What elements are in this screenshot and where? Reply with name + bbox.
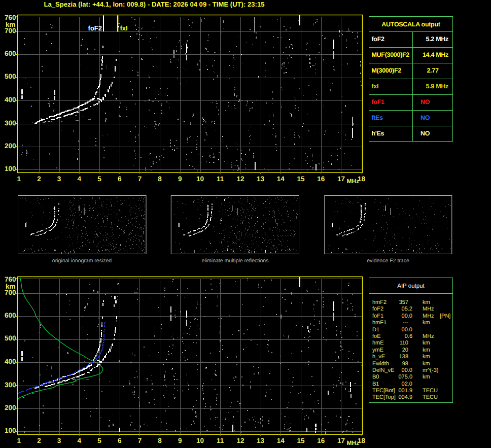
svg-text:400: 400 [5,358,16,365]
svg-text:3: 3 [57,175,61,183]
svg-text:MHz: MHz [347,439,360,446]
svg-text:eliminate multiple reflections: eliminate multiple reflections [202,258,269,264]
svg-text:15: 15 [297,175,305,183]
svg-text:500: 500 [5,73,16,80]
svg-text:200: 200 [5,142,16,150]
svg-text:600: 600 [5,50,16,57]
svg-text:1: 1 [17,437,21,444]
svg-text:13: 13 [257,437,265,444]
svg-text:500: 500 [5,334,16,342]
svg-text:km: km [6,283,16,290]
svg-text:11: 11 [217,175,224,183]
svg-text:760: 760 [5,14,16,21]
svg-text:3: 3 [57,437,61,444]
svg-text:6: 6 [118,175,122,183]
svg-text:7: 7 [138,437,142,444]
svg-text:13: 13 [257,175,265,183]
svg-text:fxI: fxI [120,24,128,32]
svg-text:11: 11 [217,437,224,444]
svg-text:1: 1 [17,175,21,183]
svg-text:2: 2 [37,437,41,444]
svg-text:2: 2 [37,175,41,183]
svg-text:300: 300 [5,119,16,127]
svg-text:8: 8 [158,437,162,444]
svg-text:7: 7 [138,175,142,183]
svg-text:5: 5 [97,437,101,444]
svg-text:km: km [6,21,16,28]
svg-text:760: 760 [5,275,16,283]
svg-text:12: 12 [236,175,244,183]
svg-text:8: 8 [158,175,162,183]
svg-text:14: 14 [277,175,285,183]
svg-text:100: 100 [5,427,16,434]
svg-text:300: 300 [5,381,16,389]
svg-text:17: 17 [337,437,345,444]
svg-text:16: 16 [317,175,325,183]
svg-text:15: 15 [297,437,305,444]
svg-text:16: 16 [317,437,325,444]
svg-text:17: 17 [337,175,345,183]
svg-text:14: 14 [277,437,285,444]
svg-text:MHz: MHz [347,178,360,185]
svg-text:foF2: foF2 [88,24,102,32]
svg-text:4: 4 [78,175,82,183]
svg-text:4: 4 [78,437,82,444]
svg-text:9: 9 [178,175,182,183]
svg-text:9: 9 [178,437,182,444]
svg-text:original ionogram resized: original ionogram resized [52,258,112,264]
svg-text:200: 200 [5,404,16,411]
svg-text:12: 12 [236,437,244,444]
svg-text:evidence F2 trace: evidence F2 trace [367,258,409,264]
svg-text:10: 10 [196,437,204,444]
svg-text:100: 100 [5,165,16,173]
svg-text:600: 600 [5,312,16,319]
svg-text:10: 10 [196,175,204,183]
svg-text:400: 400 [5,96,16,104]
svg-text:6: 6 [118,437,122,444]
svg-text:5: 5 [97,175,101,183]
